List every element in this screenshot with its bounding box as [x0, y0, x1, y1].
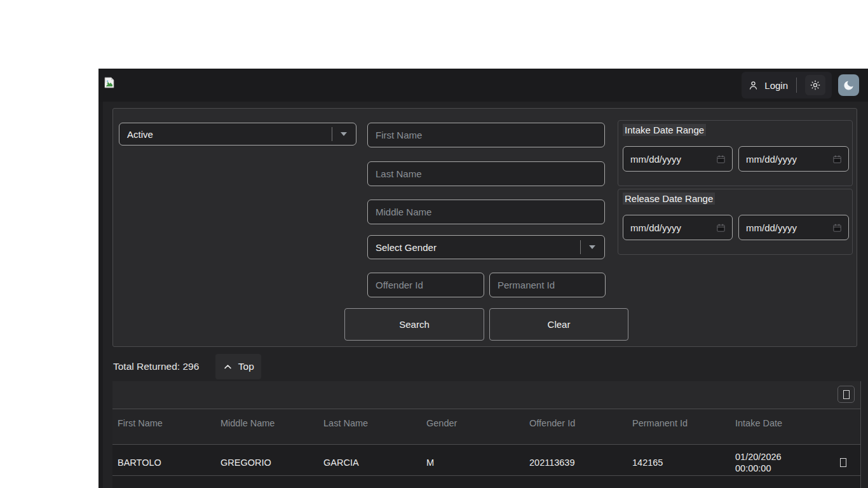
grid-toolbar	[112, 381, 860, 409]
intake-date-date: 01/20/2026	[735, 451, 821, 463]
topbar-actions: Login	[742, 72, 859, 98]
light-mode-button[interactable]	[805, 75, 825, 95]
intake-date-range-group: Intake Date Range mm/dd/yyyy mm/dd/yyyy	[618, 120, 853, 186]
column-header-last-name[interactable]: Last Name	[318, 409, 421, 444]
calendar-icon	[832, 223, 842, 233]
screenshot-canvas: Login	[0, 0, 868, 488]
intake-start-date-input[interactable]: mm/dd/yyyy	[623, 146, 733, 172]
cell-offender-id: 202113638	[524, 476, 627, 488]
column-header-middle-name[interactable]: Middle Name	[215, 409, 318, 444]
login-button[interactable]: Login	[764, 80, 788, 91]
broken-image-icon	[104, 77, 115, 88]
placeholder-glyph-icon	[843, 390, 850, 399]
column-header-intake-date[interactable]: Intake Date	[730, 409, 826, 444]
user-icon	[748, 80, 759, 91]
top-navigation-bar: Login	[98, 69, 868, 102]
total-returned-label: Total Returned: 296	[113, 361, 199, 372]
calendar-icon	[832, 154, 842, 164]
cell-offender-id: 202113639	[524, 445, 627, 475]
release-date-range-label: Release Date Range	[623, 193, 715, 205]
offender-id-input[interactable]	[367, 273, 484, 297]
cell-middle-name: GREGORIO	[215, 445, 318, 475]
date-placeholder: mm/dd/yyyy	[630, 154, 681, 165]
intake-end-date-input[interactable]: mm/dd/yyyy	[738, 146, 849, 172]
cell-first-name: ANGELA	[112, 476, 215, 488]
topbar-divider	[796, 78, 797, 93]
column-header-gender[interactable]: Gender	[421, 409, 524, 444]
column-header-first-name[interactable]: First Name	[112, 409, 215, 444]
cell-gender: F	[421, 476, 524, 488]
column-header-permanent-id[interactable]: Permanent Id	[627, 409, 730, 444]
first-name-input[interactable]	[367, 123, 605, 147]
cell-first-name: BARTOLO	[112, 445, 215, 475]
intake-date-range-label: Intake Date Range	[623, 124, 706, 136]
select-divider	[580, 240, 581, 254]
search-panel: Active Select Gender Search Clear Intake…	[112, 108, 857, 347]
cell-row-action[interactable]	[826, 445, 860, 475]
release-end-date-input[interactable]: mm/dd/yyyy	[738, 215, 849, 240]
gender-select[interactable]: Select Gender	[367, 235, 605, 259]
cell-last-name: DAVIS	[318, 476, 421, 488]
release-date-range-group: Release Date Range mm/dd/yyyy mm/dd/yyyy	[618, 189, 853, 255]
cell-middle-name	[215, 476, 318, 488]
permanent-id-input[interactable]	[489, 273, 606, 297]
chevron-down-icon	[589, 245, 595, 249]
grid-options-button[interactable]	[837, 386, 855, 403]
results-summary-bar: Total Returned: 296 Top	[113, 354, 261, 379]
middle-name-input[interactable]	[367, 200, 605, 224]
cell-permanent-id: 137959	[627, 476, 730, 488]
calendar-icon	[716, 223, 726, 233]
clear-button[interactable]: Clear	[489, 308, 628, 341]
table-row[interactable]: ANGELA DAVIS F 202113638 137959 01/20/20…	[112, 476, 860, 488]
login-cluster: Login	[742, 72, 832, 98]
cell-gender: M	[421, 445, 524, 475]
sun-icon	[810, 79, 821, 91]
status-select-value: Active	[127, 129, 332, 140]
date-placeholder: mm/dd/yyyy	[746, 222, 797, 233]
moon-icon	[843, 79, 855, 92]
cell-permanent-id: 142165	[627, 445, 730, 475]
app-window: Login	[98, 69, 868, 488]
chevron-up-icon	[223, 362, 233, 372]
column-header-offender-id[interactable]: Offender Id	[524, 409, 627, 444]
last-name-input[interactable]	[367, 161, 605, 186]
status-select[interactable]: Active	[119, 123, 356, 146]
calendar-icon	[716, 154, 726, 164]
table-row[interactable]: BARTOLO GREGORIO GARCIA M 202113639 1421…	[112, 445, 860, 476]
results-table-panel: First Name Middle Name Last Name Gender …	[112, 381, 861, 488]
chevron-down-icon	[341, 132, 347, 136]
dark-mode-button[interactable]	[838, 74, 859, 96]
scroll-to-top-button[interactable]: Top	[215, 354, 261, 379]
release-start-date-input[interactable]: mm/dd/yyyy	[623, 215, 733, 240]
date-placeholder: mm/dd/yyyy	[630, 222, 681, 233]
column-header-actions	[826, 409, 860, 444]
top-button-label: Top	[238, 361, 254, 372]
date-placeholder: mm/dd/yyyy	[746, 154, 797, 165]
cell-intake-date: 01/20/2026	[730, 476, 826, 488]
select-divider	[332, 127, 332, 141]
placeholder-glyph-icon	[840, 458, 846, 467]
cell-intake-date: 01/20/2026 00:00:00	[730, 445, 826, 475]
search-button[interactable]: Search	[344, 308, 484, 341]
cell-last-name: GARCIA	[318, 445, 421, 475]
intake-date-time: 00:00:00	[735, 463, 821, 474]
table-header-row: First Name Middle Name Last Name Gender …	[112, 409, 860, 445]
left-edge-strip	[98, 102, 103, 488]
cell-row-action[interactable]	[826, 476, 860, 488]
gender-select-value: Select Gender	[376, 242, 580, 253]
